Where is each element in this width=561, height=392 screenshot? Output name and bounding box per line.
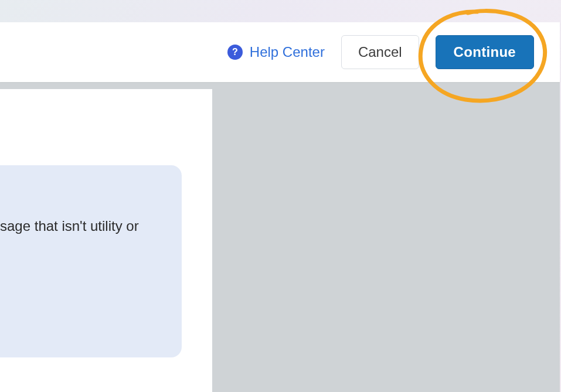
question-mark-glyph: ? (232, 47, 238, 57)
info-card-text: sage that isn't utility or (0, 217, 164, 236)
info-card: sage that isn't utility or (0, 165, 182, 357)
help-icon: ? (227, 45, 243, 60)
help-center-label: Help Center (250, 44, 325, 60)
header-bar: ? Help Center Cancel Continue (0, 22, 560, 82)
help-center-link[interactable]: ? Help Center (227, 44, 325, 60)
cancel-button-label: Cancel (358, 44, 402, 60)
continue-button[interactable]: Continue (436, 35, 534, 69)
cancel-button[interactable]: Cancel (341, 35, 419, 69)
continue-button-label: Continue (454, 44, 516, 60)
